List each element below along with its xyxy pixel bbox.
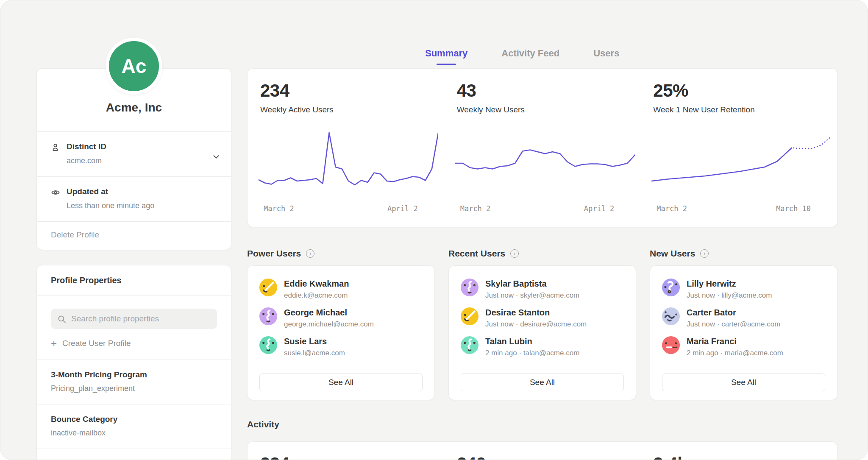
see-all-button[interactable]: See All: [461, 374, 624, 391]
user-row[interactable]: Skylar Baptista Just now · skyler@acme.c…: [461, 279, 624, 300]
user-row[interactable]: Susie Lars susie.l@acme.com: [259, 336, 423, 357]
create-user-profile-button[interactable]: + Create User Profile: [37, 329, 231, 360]
company-avatar-wrap: Ac: [102, 38, 166, 95]
user-name: Talan Lubin: [485, 336, 579, 346]
property-row[interactable]: 3-Month Pricing Program Pricing_plan_exp…: [37, 360, 231, 404]
avatar: [259, 279, 277, 296]
company-name: Acme, Inc: [45, 101, 223, 114]
user-row[interactable]: Maria Franci 2 min ago · maria@acme.com: [662, 336, 825, 357]
activity-title: Activity: [247, 419, 837, 429]
power-users-section: Power Users i Eddie Kwakman: [247, 248, 435, 400]
user-row[interactable]: Talan Lubin 2 min ago · talan@acme.com: [461, 336, 624, 357]
field-value: Less than one minute ago: [67, 201, 154, 210]
weekly-active-users-column: 234 Weekly Active Users March 2 April 2: [248, 69, 444, 227]
property-value: inactive-mailbox: [51, 429, 217, 438]
stat-value: 234: [248, 454, 444, 460]
user-name: Eddie Kwakman: [284, 279, 349, 289]
stat-value: 3.4k: [640, 454, 837, 460]
x-axis-tick: April 2: [387, 204, 418, 213]
weekly-new-users-column: 43 Weekly New Users March 2 April 2: [444, 69, 641, 227]
recent-users-card: Skylar Baptista Just now · skyler@acme.c…: [448, 265, 636, 400]
avatar: [461, 336, 479, 354]
avatar: [259, 307, 277, 325]
field-label: Updated at: [67, 187, 154, 196]
property-label: Bounce Category: [51, 415, 217, 424]
x-axis-tick: March 2: [657, 204, 687, 213]
user-row[interactable]: Eddie Kwakman eddie.k@acme.com: [259, 279, 423, 300]
section-title: Recent Users: [448, 248, 505, 259]
user-row[interactable]: Lilly Herwitz Just now · lilly@acme.com: [662, 279, 825, 300]
new-users-card: Lilly Herwitz Just now · lilly@acme.com: [650, 265, 837, 400]
user-detail: susie.l@acme.com: [284, 349, 345, 357]
company-avatar-initials: Ac: [122, 55, 147, 78]
field-label: Distinct ID: [67, 142, 106, 151]
weekly-active-users-sparkline: [259, 131, 438, 195]
user-detail: Just now · desirare@acme.com: [485, 320, 587, 329]
avatar: [662, 336, 680, 354]
user-name: Susie Lars: [284, 336, 345, 346]
x-axis-tick: March 2: [264, 204, 294, 213]
search-icon: [57, 315, 67, 324]
stat-value: 43: [444, 81, 641, 101]
info-icon[interactable]: i: [510, 249, 519, 258]
field-value: acme.com: [67, 156, 106, 165]
user-name: Skylar Baptista: [485, 279, 579, 289]
company-profile-sidebar: Ac Acme, Inc Distinct ID acme.com: [36, 38, 231, 460]
section-title: New Users: [650, 248, 695, 259]
weekly-new-users-sparkline: [455, 131, 635, 195]
stat-label: Weekly Active Users: [248, 105, 444, 114]
recent-users-section: Recent Users i Skylar Bapti: [448, 248, 636, 400]
avatar: [662, 307, 680, 325]
chevron-down-icon[interactable]: [211, 152, 221, 162]
profile-properties-title: Profile Properties: [37, 265, 231, 296]
user-name: Carter Bator: [687, 307, 780, 318]
user-row[interactable]: Carter Bator Just now · carter@acme.com: [662, 307, 825, 329]
activity-card: 234 240 3.4k: [247, 441, 837, 460]
user-name: Desirae Stanton: [485, 307, 587, 318]
delete-profile-button[interactable]: Delete Profile: [37, 221, 231, 250]
stat-value: 234: [248, 81, 444, 101]
person-icon: [51, 142, 60, 165]
info-icon[interactable]: i: [306, 249, 314, 258]
see-all-button[interactable]: See All: [259, 374, 423, 391]
user-row[interactable]: George Michael george.michael@acme.com: [259, 307, 423, 329]
user-detail: 2 min ago · talan@acme.com: [485, 349, 579, 357]
search-input[interactable]: [51, 309, 217, 329]
property-row[interactable]: Bounce Category inactive-mailbox: [37, 404, 231, 449]
section-title: Power Users: [247, 248, 301, 259]
create-user-profile-label: Create User Profile: [62, 339, 131, 348]
activity-stat-column: 3.4k: [640, 442, 837, 460]
user-sections: Power Users i Eddie Kwakman: [247, 248, 837, 400]
user-name: George Michael: [284, 307, 374, 318]
distinct-id-row[interactable]: Distinct ID acme.com: [37, 131, 231, 176]
user-detail: Just now · skyler@acme.com: [485, 291, 579, 300]
info-icon[interactable]: i: [700, 249, 709, 258]
avatar: [259, 336, 277, 354]
x-axis-tick: April 2: [584, 204, 615, 213]
tab-summary[interactable]: Summary: [425, 48, 467, 65]
company-avatar: Ac: [106, 38, 162, 95]
stat-label: Week 1 New User Retention: [640, 105, 837, 114]
stat-value: 25%: [640, 81, 837, 101]
user-name: Lilly Herwitz: [687, 279, 772, 289]
user-row[interactable]: Desirae Stanton Just now · desirare@acme…: [461, 307, 624, 329]
power-users-card: Eddie Kwakman eddie.k@acme.com: [247, 265, 435, 400]
tab-bar: Summary Activity Feed Users: [425, 48, 619, 65]
search-block: [37, 296, 231, 329]
see-all-button[interactable]: See All: [662, 374, 825, 391]
user-detail: 2 min ago · maria@acme.com: [687, 349, 783, 357]
retention-column: 25% Week 1 New User Retention March 2 Ma…: [640, 69, 837, 227]
new-users-section: New Users i Lilly Herwitz: [650, 248, 837, 400]
app-frame: Ac Acme, Inc Distinct ID acme.com: [0, 0, 868, 460]
user-detail: george.michael@acme.com: [284, 320, 374, 329]
user-name: Maria Franci: [687, 336, 783, 346]
tab-users[interactable]: Users: [593, 48, 619, 65]
eye-icon: [51, 187, 60, 210]
updated-at-row: Updated at Less than one minute ago: [37, 176, 231, 221]
activity-stat-column: 240: [444, 442, 641, 460]
property-value: Pricing_plan_experiment: [51, 384, 217, 393]
avatar: [461, 307, 479, 325]
tab-activity-feed[interactable]: Activity Feed: [501, 48, 559, 65]
property-row[interactable]: Browser Chrome: [37, 449, 231, 460]
user-detail: Just now · carter@acme.com: [687, 320, 780, 329]
